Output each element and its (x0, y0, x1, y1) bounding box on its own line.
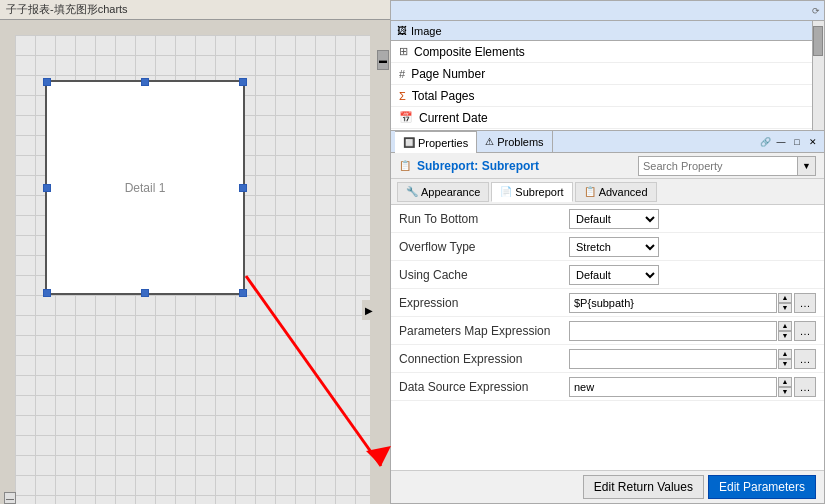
properties-panel: 🔲 Properties ⚠ Problems 🔗 — □ ✕ 📋 Subrep… (390, 130, 825, 504)
expression-spin-up[interactable]: ▲ (778, 293, 792, 303)
bottom-controls: — (4, 492, 16, 504)
prop-using-cache: Using Cache Default True False (391, 261, 824, 289)
expression-value: ▲ ▼ … (569, 293, 816, 313)
overflow-type-select[interactable]: Stretch Default Clip (569, 237, 659, 257)
properties-tab-icon: 🔲 (403, 137, 415, 148)
list-item[interactable]: 📅 Current Date (391, 107, 824, 129)
advanced-tab-label: Advanced (599, 186, 648, 198)
resize-handle-bm[interactable] (141, 289, 149, 297)
maximize-button[interactable]: □ (790, 135, 804, 149)
properties-tab-label: Properties (418, 137, 468, 149)
tab-appearance[interactable]: 🔧 Appearance (397, 182, 489, 202)
search-dropdown-button[interactable]: ▼ (798, 156, 816, 176)
resize-handle-tr[interactable] (239, 78, 247, 86)
subreport-element[interactable]: Detail 1 (45, 80, 245, 295)
composite-icon: ⊞ (399, 45, 408, 58)
expression-action-button[interactable]: … (794, 293, 816, 313)
elements-scrollbar[interactable] (812, 21, 824, 130)
using-cache-select[interactable]: Default True False (569, 265, 659, 285)
elements-panel: ⟳ 🖼 Image ⊞ Composite Elements # Page Nu… (390, 0, 825, 130)
total-pages-icon: Σ (399, 90, 406, 102)
elements-scroll-top: ⟳ (391, 1, 824, 21)
datasource-expr-spinner: ▲ ▼ (778, 377, 792, 397)
connection-expr-value: ▲ ▼ … (569, 349, 816, 369)
edit-parameters-button[interactable]: Edit Parameters (708, 475, 816, 499)
list-item[interactable]: # Page Number (391, 63, 824, 85)
resize-handle-tm[interactable] (141, 78, 149, 86)
overflow-type-label: Overflow Type (399, 240, 569, 254)
expression-label: Expression (399, 296, 569, 310)
elements-scroll-thumb[interactable] (813, 26, 823, 56)
edit-return-values-button[interactable]: Edit Return Values (583, 475, 704, 499)
page-number-icon: # (399, 68, 405, 80)
resize-handle-bl[interactable] (43, 289, 51, 297)
params-map-value: ▲ ▼ … (569, 321, 816, 341)
elements-panel-title: Image (411, 25, 442, 37)
properties-content: Run To Bottom Default True False Overflo… (391, 205, 824, 470)
prop-overflow-type: Overflow Type Stretch Default Clip (391, 233, 824, 261)
collapse-btn[interactable]: — (4, 492, 16, 504)
page-number-label: Page Number (411, 67, 485, 81)
list-item[interactable]: ⊞ Composite Elements (391, 41, 824, 63)
canvas-header-text: 子子报表-填充图形charts (6, 3, 128, 15)
tab-advanced[interactable]: 📋 Advanced (575, 182, 657, 202)
vertical-scrollbar[interactable]: ▬ (376, 40, 390, 504)
properties-sub-tabs: 🔧 Appearance 📄 Subreport 📋 Advanced (391, 179, 824, 205)
datasource-expr-spin-down[interactable]: ▼ (778, 387, 792, 397)
design-canvas: 子子报表-填充图形charts Detail 1 ▬ ▶ (0, 0, 390, 504)
params-map-spin-up[interactable]: ▲ (778, 321, 792, 331)
run-to-bottom-label: Run To Bottom (399, 212, 569, 226)
params-map-action-button[interactable]: … (794, 321, 816, 341)
resize-handle-mr[interactable] (239, 184, 247, 192)
prop-run-to-bottom: Run To Bottom Default True False (391, 205, 824, 233)
prop-datasource-expr: Data Source Expression ▲ ▼ … (391, 373, 824, 401)
connection-expr-spinner: ▲ ▼ (778, 349, 792, 369)
using-cache-value: Default True False (569, 265, 816, 285)
connection-expr-action-button[interactable]: … (794, 349, 816, 369)
connection-expr-spin-down[interactable]: ▼ (778, 359, 792, 369)
datasource-expr-value: ▲ ▼ … (569, 377, 816, 397)
canvas-header: 子子报表-填充图形charts (0, 0, 390, 20)
problems-tab-icon: ⚠ (485, 136, 494, 147)
datasource-expr-action-button[interactable]: … (794, 377, 816, 397)
expression-input[interactable] (569, 293, 777, 313)
elements-panel-icon: 🖼 (397, 25, 407, 36)
elements-panel-header: 🖼 Image (391, 21, 824, 41)
close-button[interactable]: ✕ (806, 135, 820, 149)
minimize-button[interactable]: — (774, 135, 788, 149)
resize-handle-br[interactable] (239, 289, 247, 297)
properties-tab-bar: 🔲 Properties ⚠ Problems 🔗 — □ ✕ (391, 131, 824, 153)
resize-handle-ml[interactable] (43, 184, 51, 192)
params-map-input[interactable] (569, 321, 777, 341)
external-link-button[interactable]: 🔗 (758, 135, 772, 149)
tab-subreport[interactable]: 📄 Subreport (491, 182, 572, 202)
datasource-expr-spin-up[interactable]: ▲ (778, 377, 792, 387)
params-map-spinner: ▲ ▼ (778, 321, 792, 341)
prop-connection-expr: Connection Expression ▲ ▼ … (391, 345, 824, 373)
resize-handle-tl[interactable] (43, 78, 51, 86)
expression-spin-down[interactable]: ▼ (778, 303, 792, 313)
using-cache-label: Using Cache (399, 268, 569, 282)
window-controls: 🔗 — □ ✕ (758, 135, 820, 149)
detail-label: Detail 1 (125, 181, 166, 195)
overflow-type-value: Stretch Default Clip (569, 237, 816, 257)
run-to-bottom-select[interactable]: Default True False (569, 209, 659, 229)
datasource-expr-input[interactable] (569, 377, 777, 397)
tab-properties[interactable]: 🔲 Properties (395, 131, 477, 153)
scroll-thumb[interactable]: ▬ (377, 50, 389, 70)
list-item[interactable]: Σ Total Pages (391, 85, 824, 107)
subreport-title-icon: 📋 (399, 160, 411, 171)
search-property-input[interactable] (638, 156, 798, 176)
subreport-icon: 📄 (500, 186, 512, 197)
prop-params-map: Parameters Map Expression ▲ ▼ … (391, 317, 824, 345)
appearance-tab-label: Appearance (421, 186, 480, 198)
connection-expr-input[interactable] (569, 349, 777, 369)
canvas-area[interactable]: Detail 1 ▬ ▶ — (0, 20, 390, 504)
tab-problems[interactable]: ⚠ Problems (477, 131, 552, 153)
prop-expression: Expression ▲ ▼ … (391, 289, 824, 317)
subreport-title: Subreport: Subreport (417, 159, 638, 173)
subreport-tab-label: Subreport (515, 186, 563, 198)
expand-arrow[interactable]: ▶ (362, 300, 376, 320)
connection-expr-spin-up[interactable]: ▲ (778, 349, 792, 359)
params-map-spin-down[interactable]: ▼ (778, 331, 792, 341)
